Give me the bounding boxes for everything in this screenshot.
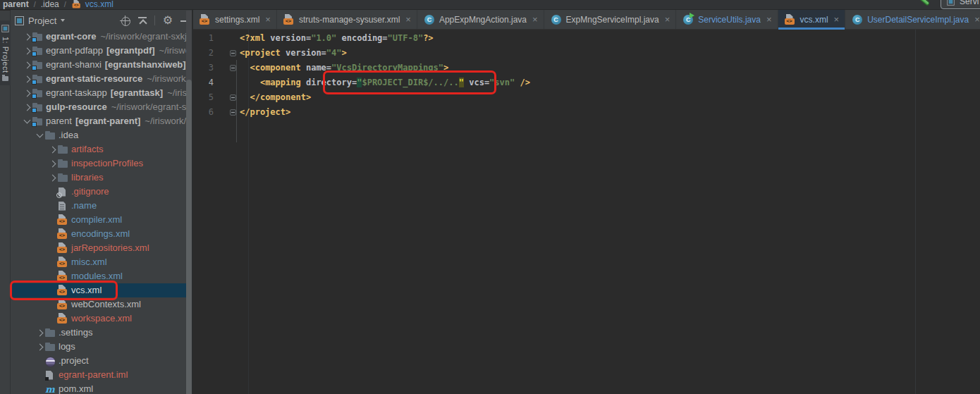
tab-AppExpMngAction.java[interactable]: AppExpMngAction.java× xyxy=(417,10,544,29)
module-badge-icon xyxy=(32,80,37,85)
class-icon xyxy=(551,14,562,25)
chevron-right-icon[interactable] xyxy=(23,61,30,68)
chevron-right-icon[interactable] xyxy=(23,104,30,111)
project-panel-header: Project ⚙ xyxy=(11,10,192,31)
locate-icon[interactable] xyxy=(120,16,130,26)
chevron-right-icon[interactable] xyxy=(23,90,30,97)
tab-settings.xml[interactable]: settings.xml× xyxy=(193,10,277,29)
tree-item-.settings[interactable]: .settings xyxy=(11,326,192,340)
close-icon[interactable]: × xyxy=(405,15,411,24)
tree-item-egrant-taskapp[interactable]: egrant-taskapp[egranttask]~/irisw xyxy=(11,86,192,100)
chevron-down-icon[interactable] xyxy=(23,117,30,124)
chevron-right-icon[interactable] xyxy=(23,47,30,54)
tree-item-logs[interactable]: logs xyxy=(11,340,192,354)
tree-item-.gitignore[interactable]: .gitignore xyxy=(11,185,192,199)
chevron-slot xyxy=(22,91,32,96)
tree-item-misc.xml[interactable]: misc.xml xyxy=(11,255,192,269)
breadcrumb-item[interactable]: parent xyxy=(3,0,29,9)
tree-item-label: .project xyxy=(59,354,89,368)
tree-item-label: egrant-taskapp xyxy=(46,86,107,100)
tree-item-encodings.xml[interactable]: encodings.xml xyxy=(11,227,192,241)
panel-scrollbar-thumb[interactable] xyxy=(186,80,192,394)
breadcrumb-item[interactable]: .idea xyxy=(41,0,59,9)
stripe-button-project[interactable]: 1: Project xyxy=(0,20,11,85)
module-badge-icon xyxy=(32,66,37,70)
chevron-slot xyxy=(22,63,32,68)
chevron-right-icon[interactable] xyxy=(23,33,30,40)
code-line-6[interactable]: 6</project> xyxy=(193,105,980,120)
tree-item-libraries[interactable]: libraries xyxy=(11,171,192,185)
tree-item-vcs.xml[interactable]: vcs.xml xyxy=(11,283,192,297)
line-number: 1 xyxy=(193,31,214,46)
tree-item-.project[interactable]: .project xyxy=(11,354,192,368)
editor-area[interactable]: 1<?xml version="1.0" encoding="UTF-8"?>2… xyxy=(193,30,980,394)
tab-vcs.xml[interactable]: vcs.xml× xyxy=(778,10,846,29)
close-icon[interactable]: × xyxy=(974,15,980,24)
project-panel-title[interactable]: Project xyxy=(28,16,56,26)
tree-item-egrant-parent.iml[interactable]: egrant-parent.iml xyxy=(11,368,192,382)
close-icon[interactable]: × xyxy=(766,15,772,24)
chevron-right-icon[interactable] xyxy=(49,146,56,153)
code-text: <component name="VcsDirectoryMappings"> xyxy=(240,61,448,75)
chevron-slot xyxy=(47,176,57,180)
tree-item-modules.xml[interactable]: modules.xml xyxy=(11,269,192,283)
chevron-slot xyxy=(35,134,44,137)
fold-marker-icon[interactable] xyxy=(230,94,236,101)
tree-item-label: egrant-pdfapp xyxy=(46,44,103,58)
tree-item-.name[interactable]: .name xyxy=(11,199,192,213)
close-icon[interactable]: × xyxy=(834,15,840,24)
caret-down-icon[interactable] xyxy=(61,19,65,22)
fold-marker-icon[interactable] xyxy=(230,109,236,116)
editor-tab-bar: settings.xml×struts-manage-sysuser.xml×A… xyxy=(193,10,980,30)
collapse-all-icon[interactable] xyxy=(138,16,147,25)
xml-icon xyxy=(72,0,81,8)
chevron-right-icon[interactable] xyxy=(49,160,56,167)
tree-item-egrant-core[interactable]: egrant-core~/iriswork/egrant-sxkjt xyxy=(11,30,192,44)
breadcrumb-item[interactable]: vcs.xml xyxy=(71,0,114,10)
tree-item-pom.xml[interactable]: mpom.xml xyxy=(11,382,192,394)
tab-ExpMngServiceImpl.java[interactable]: ExpMngServiceImpl.java× xyxy=(544,10,677,29)
fold-marker-icon[interactable] xyxy=(230,65,236,71)
tree-item-label: logs xyxy=(59,340,75,354)
tree-item-label: egrant-static-resource xyxy=(46,72,142,86)
tree-item-parent[interactable]: parent[egrant-parent]~/iriswork/e xyxy=(11,114,192,128)
close-icon[interactable]: × xyxy=(532,15,538,24)
tree-item-egrant-shanxi[interactable]: egrant-shanxi[egrantshanxiweb]~ xyxy=(11,58,192,72)
tab-ServiceUtils.java[interactable]: ServiceUtils.java× xyxy=(676,10,778,29)
tree-item-compiler.xml[interactable]: compiler.xml xyxy=(11,213,192,227)
chevron-right-icon[interactable] xyxy=(49,174,56,181)
close-icon[interactable]: × xyxy=(265,15,271,24)
tree-item-inspectionProfiles[interactable]: inspectionProfiles xyxy=(11,156,192,171)
tab-UserDetailServiceImpl.java[interactable]: UserDetailServiceImpl.java× xyxy=(845,10,980,29)
folder-module-icon xyxy=(32,75,43,85)
tree-item-egrant-pdfapp[interactable]: egrant-pdfapp[egrantpdf]~/iriswo xyxy=(11,44,192,58)
close-icon[interactable]: × xyxy=(665,15,670,24)
chevron-right-icon[interactable] xyxy=(23,75,30,82)
tree-item-label: webContexts.xml xyxy=(71,297,141,312)
fold-marker-icon[interactable] xyxy=(230,50,236,56)
file-ignored-icon xyxy=(57,187,67,197)
eclipse-icon xyxy=(44,356,55,367)
code-line-4[interactable]: 4 <mapping directory="$PROJECT_DIR$/../.… xyxy=(193,75,980,90)
code-line-1[interactable]: 1<?xml version="1.0" encoding="UTF-8"?> xyxy=(193,31,980,46)
chevron-right-icon[interactable] xyxy=(36,329,43,336)
code-line-2[interactable]: 2<project version="4"> xyxy=(193,46,980,61)
tab-struts-manage-sysuser.xml[interactable]: struts-manage-sysuser.xml× xyxy=(277,10,417,29)
breadcrumb-label: vcs.xml xyxy=(85,0,114,9)
chevron-down-icon[interactable] xyxy=(36,131,43,138)
tree-item-gulp-resource[interactable]: gulp-resource~/iriswork/egrant-sx xyxy=(11,100,192,114)
tree-item-egrant-static-resource[interactable]: egrant-static-resource~/iriswork/ xyxy=(11,72,192,86)
code-line-5[interactable]: 5 </component> xyxy=(193,90,980,105)
tab-label: ExpMngServiceImpl.java xyxy=(566,15,659,25)
tree-item-path: ~/iriswork/e xyxy=(145,114,191,128)
tree-item-workspace.xml[interactable]: workspace.xml xyxy=(11,312,192,326)
tree-item-jarRepositories.xml[interactable]: jarRepositories.xml xyxy=(11,241,192,255)
tree-item-artifacts[interactable]: artifacts xyxy=(11,142,192,156)
tree-item-webContexts.xml[interactable]: webContexts.xml xyxy=(11,297,192,312)
code-line-3[interactable]: 3 <component name="VcsDirectoryMappings"… xyxy=(193,61,980,75)
tree-item-label: egrant-shanxi xyxy=(46,58,102,72)
popup-fragment: Servi xyxy=(941,0,980,9)
chevron-right-icon[interactable] xyxy=(36,343,43,350)
tree-item-.idea[interactable]: .idea xyxy=(11,128,192,142)
gear-icon[interactable]: ⚙ xyxy=(163,16,173,25)
